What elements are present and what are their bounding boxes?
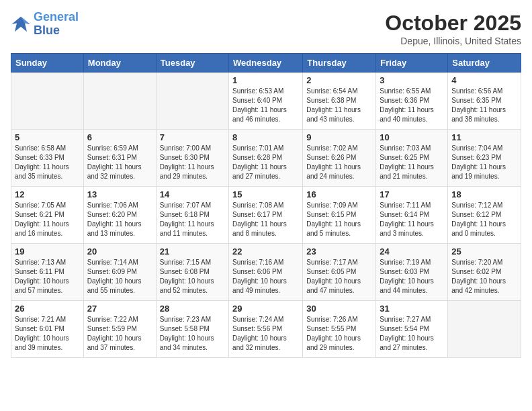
weekday-header: Sunday [11, 54, 84, 73]
day-info: Sunrise: 7:01 AM Sunset: 6:28 PM Dayligh… [232, 144, 299, 181]
day-number: 6 [87, 132, 152, 142]
day-info: Sunrise: 6:54 AM Sunset: 6:38 PM Dayligh… [306, 87, 372, 124]
day-number: 9 [306, 132, 372, 142]
calendar-week-row: 12Sunrise: 7:05 AM Sunset: 6:21 PM Dayli… [11, 187, 521, 244]
calendar-week-row: 19Sunrise: 7:13 AM Sunset: 6:11 PM Dayli… [11, 244, 521, 301]
day-info: Sunrise: 6:55 AM Sunset: 6:36 PM Dayligh… [380, 87, 444, 124]
day-info: Sunrise: 7:24 AM Sunset: 5:56 PM Dayligh… [232, 315, 299, 353]
logo-text: General Blue [34, 11, 79, 38]
location-subtitle: Depue, Illinois, United States [385, 36, 521, 46]
day-number: 28 [160, 304, 225, 314]
day-info: Sunrise: 7:08 AM Sunset: 6:17 PM Dayligh… [232, 201, 299, 238]
day-info: Sunrise: 6:58 AM Sunset: 6:33 PM Dayligh… [15, 144, 80, 181]
calendar-cell: 29Sunrise: 7:24 AM Sunset: 5:56 PM Dayli… [229, 301, 303, 358]
day-info: Sunrise: 6:59 AM Sunset: 6:31 PM Dayligh… [87, 144, 152, 181]
day-number: 24 [380, 246, 444, 257]
day-info: Sunrise: 7:02 AM Sunset: 6:26 PM Dayligh… [306, 144, 372, 181]
calendar-cell: 21Sunrise: 7:15 AM Sunset: 6:08 PM Dayli… [156, 244, 228, 301]
day-number: 22 [232, 246, 299, 257]
weekday-header: Saturday [448, 54, 521, 73]
calendar-cell: 30Sunrise: 7:26 AM Sunset: 5:55 PM Dayli… [303, 301, 376, 358]
calendar-cell: 8Sunrise: 7:01 AM Sunset: 6:28 PM Daylig… [229, 130, 303, 187]
calendar-cell: 6Sunrise: 6:59 AM Sunset: 6:31 PM Daylig… [83, 130, 156, 187]
day-number: 13 [87, 189, 152, 199]
logo-icon [11, 14, 31, 34]
calendar-cell [11, 73, 84, 130]
calendar-cell: 24Sunrise: 7:19 AM Sunset: 6:03 PM Dayli… [376, 244, 448, 301]
calendar-cell: 19Sunrise: 7:13 AM Sunset: 6:11 PM Dayli… [11, 244, 84, 301]
day-number: 4 [451, 75, 517, 85]
day-number: 2 [306, 75, 372, 85]
calendar-cell: 27Sunrise: 7:22 AM Sunset: 5:59 PM Dayli… [83, 301, 156, 358]
calendar-week-row: 5Sunrise: 6:58 AM Sunset: 6:33 PM Daylig… [11, 130, 521, 187]
day-info: Sunrise: 7:13 AM Sunset: 6:11 PM Dayligh… [15, 258, 80, 295]
day-number: 21 [160, 246, 225, 257]
svg-marker-0 [12, 17, 30, 32]
weekday-header-row: SundayMondayTuesdayWednesdayThursdayFrid… [11, 54, 521, 73]
calendar-cell: 23Sunrise: 7:17 AM Sunset: 6:05 PM Dayli… [303, 244, 376, 301]
day-info: Sunrise: 7:20 AM Sunset: 6:02 PM Dayligh… [451, 258, 517, 295]
calendar-cell: 11Sunrise: 7:04 AM Sunset: 6:23 PM Dayli… [448, 130, 521, 187]
calendar-cell: 2Sunrise: 6:54 AM Sunset: 6:38 PM Daylig… [303, 73, 376, 130]
day-number: 10 [380, 132, 444, 142]
day-info: Sunrise: 7:09 AM Sunset: 6:15 PM Dayligh… [306, 201, 372, 238]
day-info: Sunrise: 7:17 AM Sunset: 6:05 PM Dayligh… [306, 258, 372, 295]
day-info: Sunrise: 7:16 AM Sunset: 6:06 PM Dayligh… [232, 258, 299, 295]
day-info: Sunrise: 7:15 AM Sunset: 6:08 PM Dayligh… [160, 258, 225, 295]
day-info: Sunrise: 6:56 AM Sunset: 6:35 PM Dayligh… [451, 87, 517, 124]
calendar-cell: 15Sunrise: 7:08 AM Sunset: 6:17 PM Dayli… [229, 187, 303, 244]
day-info: Sunrise: 7:06 AM Sunset: 6:20 PM Dayligh… [87, 201, 152, 238]
day-info: Sunrise: 7:14 AM Sunset: 6:09 PM Dayligh… [87, 258, 152, 295]
day-info: Sunrise: 7:04 AM Sunset: 6:23 PM Dayligh… [451, 144, 517, 181]
day-number: 23 [306, 246, 372, 257]
day-info: Sunrise: 7:05 AM Sunset: 6:21 PM Dayligh… [15, 201, 80, 238]
month-title: October 2025 [385, 11, 521, 36]
day-info: Sunrise: 7:23 AM Sunset: 5:58 PM Dayligh… [160, 315, 225, 353]
day-info: Sunrise: 7:22 AM Sunset: 5:59 PM Dayligh… [87, 315, 152, 353]
logo: General Blue [11, 11, 79, 38]
weekday-header: Friday [376, 54, 448, 73]
calendar-cell: 26Sunrise: 7:21 AM Sunset: 6:01 PM Dayli… [11, 301, 84, 358]
day-info: Sunrise: 7:21 AM Sunset: 6:01 PM Dayligh… [15, 315, 80, 353]
day-number: 11 [451, 132, 517, 142]
calendar-cell: 5Sunrise: 6:58 AM Sunset: 6:33 PM Daylig… [11, 130, 84, 187]
logo-line2: Blue [34, 24, 60, 37]
day-info: Sunrise: 7:07 AM Sunset: 6:18 PM Dayligh… [160, 201, 225, 238]
page-header: General Blue October 2025 Depue, Illinoi… [11, 11, 521, 46]
day-number: 25 [451, 246, 517, 257]
day-info: Sunrise: 7:00 AM Sunset: 6:30 PM Dayligh… [160, 144, 225, 181]
calendar-table: SundayMondayTuesdayWednesdayThursdayFrid… [11, 53, 521, 358]
weekday-header: Monday [83, 54, 156, 73]
day-info: Sunrise: 7:11 AM Sunset: 6:14 PM Dayligh… [380, 201, 444, 238]
calendar-week-row: 1Sunrise: 6:53 AM Sunset: 6:40 PM Daylig… [11, 73, 521, 130]
weekday-header: Wednesday [229, 54, 303, 73]
day-number: 16 [306, 189, 372, 199]
calendar-week-row: 26Sunrise: 7:21 AM Sunset: 6:01 PM Dayli… [11, 301, 521, 358]
calendar-cell [156, 73, 228, 130]
day-number: 19 [15, 246, 80, 257]
day-number: 5 [15, 132, 80, 142]
calendar-cell: 28Sunrise: 7:23 AM Sunset: 5:58 PM Dayli… [156, 301, 228, 358]
day-number: 3 [380, 75, 444, 85]
weekday-header: Tuesday [156, 54, 228, 73]
calendar-cell: 17Sunrise: 7:11 AM Sunset: 6:14 PM Dayli… [376, 187, 448, 244]
day-number: 14 [160, 189, 225, 199]
calendar-cell: 12Sunrise: 7:05 AM Sunset: 6:21 PM Dayli… [11, 187, 84, 244]
day-info: Sunrise: 7:26 AM Sunset: 5:55 PM Dayligh… [306, 315, 372, 353]
weekday-header: Thursday [303, 54, 376, 73]
calendar-cell: 22Sunrise: 7:16 AM Sunset: 6:06 PM Dayli… [229, 244, 303, 301]
calendar-cell: 7Sunrise: 7:00 AM Sunset: 6:30 PM Daylig… [156, 130, 228, 187]
calendar-cell: 18Sunrise: 7:12 AM Sunset: 6:12 PM Dayli… [448, 187, 521, 244]
day-info: Sunrise: 7:19 AM Sunset: 6:03 PM Dayligh… [380, 258, 444, 295]
calendar-cell: 16Sunrise: 7:09 AM Sunset: 6:15 PM Dayli… [303, 187, 376, 244]
logo-line1: General [34, 10, 79, 24]
title-block: October 2025 Depue, Illinois, United Sta… [385, 11, 521, 46]
calendar-cell: 3Sunrise: 6:55 AM Sunset: 6:36 PM Daylig… [376, 73, 448, 130]
day-number: 1 [232, 75, 299, 85]
day-info: Sunrise: 7:12 AM Sunset: 6:12 PM Dayligh… [451, 201, 517, 238]
day-number: 8 [232, 132, 299, 142]
calendar-cell: 14Sunrise: 7:07 AM Sunset: 6:18 PM Dayli… [156, 187, 228, 244]
calendar-cell [83, 73, 156, 130]
day-number: 20 [87, 246, 152, 257]
day-number: 7 [160, 132, 225, 142]
